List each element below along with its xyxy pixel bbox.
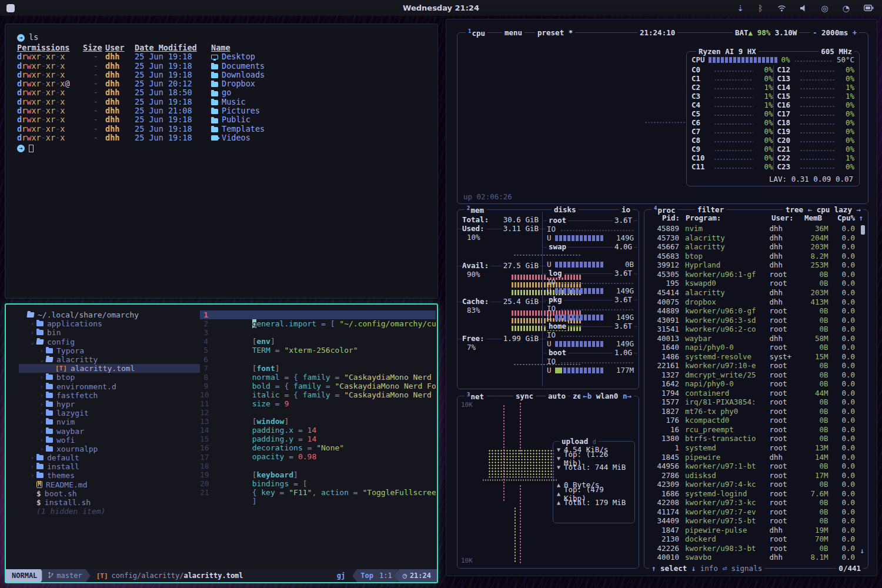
update-interval-control[interactable]: - 2000ms +: [810, 28, 859, 37]
tree-item[interactable]: ~/.local/share/omarchy: [19, 310, 200, 319]
process-row[interactable]: 1845 pipewire dhh 14M 0.0: [649, 452, 855, 462]
process-row[interactable]: 40075 dropbox dhh 413M 0.0: [649, 297, 855, 306]
tree-item[interactable]: › fastfetch: [19, 391, 200, 400]
record-icon[interactable]: ◎: [821, 4, 828, 12]
process-row[interactable]: 1577 irq/81-PIXA3854: root 0B 0.0: [649, 397, 855, 407]
process-scrollbar[interactable]: [861, 225, 865, 235]
battery-icon[interactable]: [864, 5, 874, 11]
process-row[interactable]: 1486 systemd-resolve syst+ 15M 0.0: [649, 352, 855, 361]
process-row[interactable]: 41174 kworker/u97:7-ev root 0B 0.0: [649, 507, 855, 516]
chevron-icon[interactable]: ›: [38, 436, 46, 444]
process-row[interactable]: 44956 kworker/u97:1-bt root 0B 0.0: [649, 462, 855, 471]
process-row[interactable]: 45889 nvim dhh 36M 0.0: [649, 224, 855, 233]
process-table-header[interactable]: Pid: Program: User: MemB Cpu%: [649, 213, 855, 222]
process-row[interactable]: 1640 napi/phy0-0 root 0B 0.0: [649, 343, 855, 352]
chevron-icon[interactable]: ›: [38, 383, 46, 390]
tree-item[interactable]: › nvim: [19, 417, 200, 426]
process-row[interactable]: 176 kcompactd0 root 0B 0.0: [649, 416, 855, 425]
process-row[interactable]: 1380 btrfs-transactio root 0B 0.0: [649, 434, 855, 443]
chevron-icon[interactable]: ›: [38, 347, 46, 355]
tree-toggle[interactable]: tree: [783, 205, 806, 214]
tree-item[interactable]: (1 hidden item): [19, 507, 200, 516]
tree-item[interactable]: › bin: [19, 328, 200, 337]
nvim-window[interactable]: ~/.local/share/omarchy › applications › …: [5, 303, 438, 583]
process-row[interactable]: 43091 kworker/u96:3-sd root 0B 0.0: [649, 315, 855, 325]
prompt-line[interactable]: [17, 143, 437, 153]
process-row[interactable]: 1686 systemd-logind root 7.6M 0.0: [649, 489, 855, 498]
chevron-icon[interactable]: ›: [28, 320, 36, 328]
menu-button[interactable]: menu: [502, 28, 524, 37]
process-row[interactable]: 42208 kworker/u97:3-kc root 0B 0.0: [649, 498, 855, 507]
volume-icon[interactable]: [800, 5, 807, 12]
tree-item[interactable]: › applications: [19, 319, 200, 328]
interface-switcher[interactable]: ←b wlan0 n→: [580, 392, 634, 400]
chevron-icon[interactable]: ›: [38, 400, 46, 408]
sort-selector[interactable]: ← cpu lazy →: [806, 205, 863, 214]
process-row[interactable]: 45414 alacritty dhh 203M 0.0: [649, 288, 855, 298]
idle-clock-icon[interactable]: ◔: [843, 4, 850, 12]
process-row[interactable]: 40010 swaybg dhh 8.1M 0.0: [649, 553, 855, 560]
process-row[interactable]: 31541 kworker/u96:2-co root 0B 0.0: [649, 325, 855, 334]
chevron-icon[interactable]: ›: [28, 454, 36, 462]
chevron-icon[interactable]: ›: [28, 329, 36, 336]
tab-cpu[interactable]: 1cpu: [466, 28, 487, 38]
tree-item[interactable]: › xournalpp: [19, 445, 200, 453]
chevron-icon[interactable]: ›: [38, 418, 46, 426]
process-row[interactable]: 2786 udisksd root 17M 0.0: [649, 470, 855, 480]
sync-button[interactable]: sync: [513, 392, 536, 400]
chevron-icon[interactable]: ⌄: [38, 356, 46, 363]
process-row[interactable]: 40013 waybar dhh 58M 0.0: [649, 333, 855, 343]
tree-item[interactable]: alacritty.toml: [19, 364, 200, 373]
tab-net[interactable]: 3net: [465, 392, 486, 401]
tree-item[interactable]: ⌄ alacritty: [19, 355, 200, 364]
process-row[interactable]: 42309 kworker/u97:4-kc root 0B 0.0: [649, 480, 855, 489]
update-icon[interactable]: ⇣: [737, 4, 744, 12]
chevron-icon[interactable]: ›: [38, 427, 46, 435]
tree-item[interactable]: boot.sh: [19, 489, 200, 498]
process-row[interactable]: 1847 pipewire-pulse dhh 19M 0.0: [649, 526, 855, 535]
tab-disks[interactable]: disks: [552, 205, 579, 214]
chevron-icon[interactable]: ›: [38, 409, 46, 417]
process-row[interactable]: 1 systemd root 13M 0.0: [649, 443, 855, 453]
chevron-icon[interactable]: ›: [28, 463, 36, 470]
process-row[interactable]: 22161 kworker/u97:10-e root 0B 0.0: [649, 361, 855, 370]
tree-item[interactable]: › default: [19, 453, 200, 462]
tree-item[interactable]: › environment.d: [19, 382, 200, 391]
sort-direction-icon[interactable]: ↑: [858, 213, 863, 222]
tab-io[interactable]: io: [619, 205, 633, 214]
auto-button[interactable]: auto: [546, 392, 568, 400]
tree-item[interactable]: › wofi: [19, 436, 200, 445]
process-row[interactable]: 45730 alacritty dhh 204M 0.0: [649, 233, 855, 243]
scroll-down-icon[interactable]: ↓: [860, 546, 864, 555]
process-row[interactable]: 39912 Hyprland dhh 253M 0.0: [649, 260, 855, 270]
process-row[interactable]: 45667 alacritty dhh 203M 0.0: [649, 242, 855, 252]
process-row[interactable]: 195 kswapd0 root 0B 0.0: [649, 279, 855, 288]
btop-window[interactable]: 1cpu menu preset * 21:24:10 BAT▲ 98% 3.1…: [446, 19, 877, 576]
chevron-icon[interactable]: ›: [38, 445, 46, 453]
process-row[interactable]: 45305 kworker/u96:1-gf root 0B 0.0: [649, 270, 855, 279]
filter-button[interactable]: filter: [695, 205, 726, 214]
tree-item[interactable]: › Typora: [19, 346, 200, 355]
process-row[interactable]: 42226 kworker/u98:3-bt root 0B 0.0: [649, 544, 855, 553]
tree-item[interactable]: › hypr: [19, 400, 200, 409]
tree-item[interactable]: README.md: [19, 480, 200, 489]
tree-item[interactable]: ⌄ config: [19, 338, 200, 346]
tree-item[interactable]: › lazygit: [19, 409, 200, 417]
process-row[interactable]: 2130 dockerd root 70M 0.0: [649, 534, 855, 544]
chevron-icon[interactable]: ›: [38, 373, 46, 381]
process-row[interactable]: 16 rcu_preempt root 0B 0.0: [649, 425, 855, 435]
tab-mem[interactable]: 2mem: [465, 205, 486, 215]
chevron-icon[interactable]: ⌄: [28, 338, 36, 346]
tree-item[interactable]: › themes: [19, 471, 200, 480]
chevron-icon[interactable]: ›: [28, 472, 36, 479]
process-row[interactable]: 45683 btop dhh 8.2M 0.0: [649, 252, 855, 261]
tree-item[interactable]: › waybar: [19, 426, 200, 435]
tree-item[interactable]: install.sh: [19, 498, 200, 507]
tree-item[interactable]: › install: [19, 462, 200, 471]
wifi-icon[interactable]: [777, 5, 786, 12]
chevron-icon[interactable]: ›: [38, 392, 46, 399]
preset-button[interactable]: preset *: [535, 28, 575, 37]
process-row[interactable]: 1827 mt76-tx phy0 root 0B 0.0: [649, 407, 855, 416]
process-row[interactable]: 1327 dmcrypt_write/25 root 0B 0.0: [649, 370, 855, 380]
process-row[interactable]: 1794 containerd root 44M 0.0: [649, 389, 855, 398]
